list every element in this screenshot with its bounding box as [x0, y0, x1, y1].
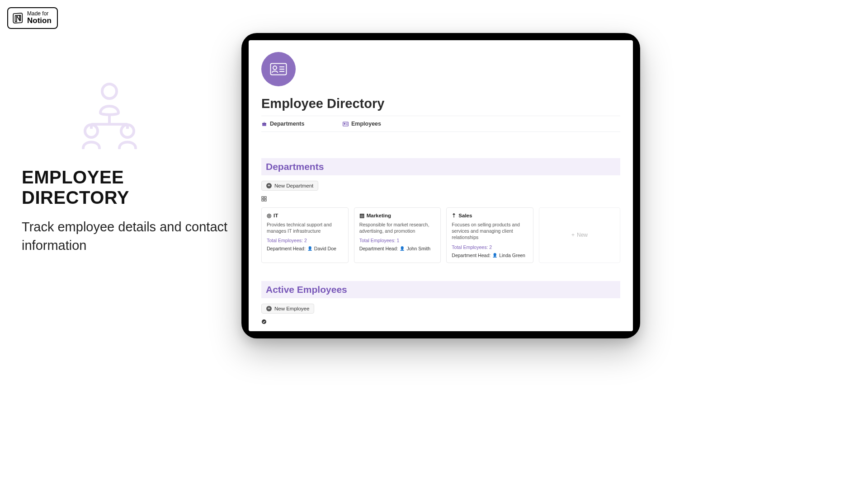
briefcase-icon — [261, 121, 267, 127]
svg-rect-18 — [264, 197, 266, 198]
department-cards: ◎ IT Provides technical support and mana… — [261, 207, 620, 263]
person-icon: 👤 — [307, 246, 312, 251]
card-name: IT — [274, 213, 278, 218]
new-department-label: New Department — [274, 183, 313, 188]
department-card-it[interactable]: ◎ IT Provides technical support and mana… — [261, 207, 349, 263]
promo-column: EMPLOYEE DIRECTORY Track employee detail… — [22, 81, 230, 254]
new-employee-button[interactable]: + New Employee — [261, 304, 314, 314]
svg-rect-13 — [343, 122, 349, 126]
card-name: Marketing — [367, 213, 391, 218]
card-icon: ▤ — [359, 212, 364, 219]
section-heading-departments: Departments — [261, 158, 620, 175]
department-card-marketing[interactable]: ▤ Marketing Responsible for market resea… — [354, 207, 441, 263]
card-total-employees: Total Employees: 1 — [359, 238, 436, 243]
section-heading-active-employees: Active Employees — [261, 281, 620, 298]
employees-group-header[interactable]: Employees — [261, 330, 620, 331]
new-department-button[interactable]: + New Department — [261, 181, 318, 191]
svg-point-8 — [273, 66, 277, 70]
page-title: Employee Directory — [261, 96, 620, 111]
card-department-head: Department Head: 👤 Linda Green — [452, 253, 528, 258]
plus-circle-icon: + — [266, 306, 272, 311]
svg-rect-19 — [262, 199, 264, 201]
nav-link-employees[interactable]: Employees — [343, 121, 424, 127]
svg-rect-20 — [264, 199, 266, 201]
page-icon-id-card[interactable] — [261, 52, 296, 86]
plus-circle-icon: + — [266, 183, 272, 188]
svg-rect-17 — [262, 197, 264, 198]
org-chart-icon — [73, 81, 230, 149]
card-icon: ◎ — [267, 212, 271, 219]
card-department-head: Department Head: 👤 John Smith — [359, 246, 436, 251]
card-description: Focuses on selling products and services… — [452, 221, 528, 241]
new-employee-label: New Employee — [274, 306, 309, 311]
card-name: Sales — [458, 213, 472, 218]
promo-title: EMPLOYEE DIRECTORY — [22, 167, 230, 208]
badge-brand-label: Notion — [27, 17, 52, 25]
nav-link-departments[interactable]: Departments — [261, 121, 343, 127]
notion-logo-icon — [12, 12, 24, 24]
person-icon: 👤 — [400, 246, 405, 251]
check-filter-icon[interactable] — [261, 319, 620, 326]
svg-point-0 — [102, 84, 117, 99]
promo-subtitle: Track employee details and contact infor… — [22, 218, 230, 254]
id-card-icon — [343, 121, 349, 127]
new-department-card[interactable]: + New — [539, 207, 620, 263]
plus-icon: + — [571, 232, 575, 238]
nav-link-label: Employees — [351, 121, 381, 127]
gallery-view-icon[interactable] — [261, 196, 620, 203]
card-description: Responsible for market research, adverti… — [359, 221, 436, 234]
card-total-employees: Total Employees: 2 — [452, 244, 528, 250]
department-card-sales[interactable]: ⇡ Sales Focuses on selling products and … — [446, 207, 533, 263]
card-department-head: Department Head: 👤 David Doe — [267, 246, 343, 251]
notion-page-screen: Employee Directory Departments Employees — [249, 40, 633, 331]
card-icon: ⇡ — [452, 212, 456, 219]
person-icon: 👤 — [492, 253, 497, 258]
card-description: Provides technical support and manages I… — [267, 221, 343, 234]
svg-point-21 — [262, 319, 266, 324]
made-for-notion-badge: Made for Notion — [7, 7, 58, 29]
card-total-employees: Total Employees: 2 — [267, 238, 343, 243]
tablet-mockup: Employee Directory Departments Employees — [241, 33, 640, 338]
page-nav-links: Departments Employees — [261, 116, 620, 132]
svg-point-14 — [344, 123, 345, 124]
nav-link-label: Departments — [270, 121, 304, 127]
svg-rect-12 — [262, 123, 266, 124]
new-card-label: New — [577, 232, 588, 238]
